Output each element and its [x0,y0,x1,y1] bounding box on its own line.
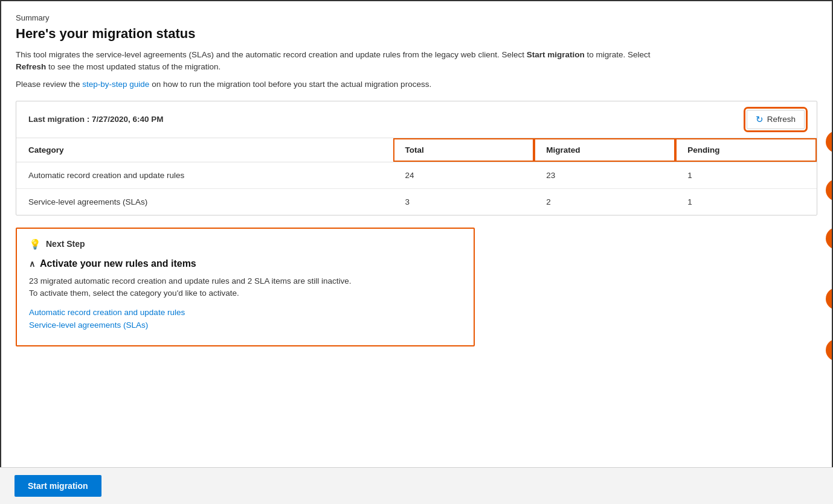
annotation-circle-3: 3 [826,228,833,249]
table-row: Service-level agreements (SLAs) 3 2 1 [16,188,817,215]
row2-pending: 1 [675,188,817,215]
col-pending-header: Pending [675,138,817,162]
lightbulb-icon: 💡 [29,238,41,250]
row1-pending: 1 [675,162,817,188]
chevron-up-icon: ∧ [29,259,35,269]
last-migration-text: Last migration : 7/27/2020, 6:40 PM [28,115,164,124]
next-step-box: 💡 Next Step ∧ Activate your new rules an… [16,228,475,347]
migration-card: Last migration : 7/27/2020, 6:40 PM ↻ Re… [16,101,817,215]
annotation-circle-5: 5 [826,339,833,361]
table-row: Automatic record creation and update rul… [16,162,817,188]
activate-description: 23 migrated automatic record creation an… [29,275,462,300]
col-migrated-header: Migrated [534,138,675,162]
next-step-label: Next Step [46,239,85,249]
row1-category: Automatic record creation and update rul… [16,162,393,188]
row1-total: 24 [393,162,535,188]
automatic-rules-link[interactable]: Automatic record creation and update rul… [29,308,462,317]
sla-link[interactable]: Service-level agreements (SLAs) [29,321,462,330]
bottom-bar: Start migration [0,467,833,504]
annotation-circle-2: 2 [826,179,833,201]
col-total-header: Total [393,138,535,162]
start-migration-button[interactable]: Start migration [14,475,101,497]
row2-migrated: 2 [534,188,675,215]
summary-label: Summary [16,13,817,22]
refresh-button[interactable]: ↻ Refresh [747,110,805,129]
col-category-header: Category [16,138,393,162]
description-text: This tool migrates the service-level agr… [16,49,680,74]
activate-heading: ∧ Activate your new rules and items [29,258,462,269]
guide-text: Please review the step-by-step guide on … [16,80,817,89]
card-header: Last migration : 7/27/2020, 6:40 PM ↻ Re… [16,101,817,138]
row2-total: 3 [393,188,535,215]
page-title: Here's your migration status [16,26,817,42]
step-by-step-guide-link[interactable]: step-by-step guide [82,80,149,89]
activate-heading-text: Activate your new rules and items [40,258,196,269]
refresh-icon: ↻ [756,114,764,125]
annotation-circle-4: 4 [826,288,833,310]
row1-migrated: 23 [534,162,675,188]
annotation-circle-1: 1 [826,131,833,153]
row2-category: Service-level agreements (SLAs) [16,188,393,215]
migration-table: Category Total Migrated Pending Automati… [16,138,817,215]
next-step-header: 💡 Next Step [29,238,462,250]
refresh-label: Refresh [767,115,796,124]
